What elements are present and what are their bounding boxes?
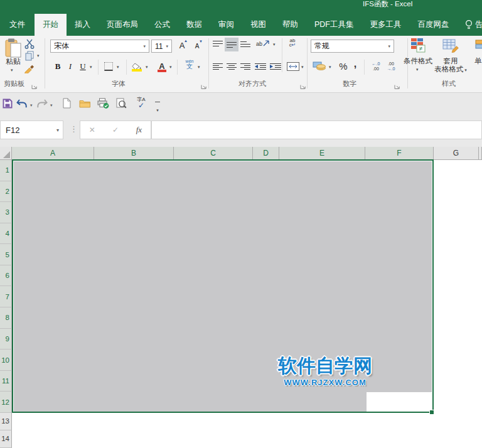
- italic-button[interactable]: I: [67, 61, 73, 72]
- font-color-button[interactable]: A: [158, 60, 166, 72]
- align-bottom-button[interactable]: [240, 39, 251, 49]
- comma-style-button[interactable]: ,: [351, 58, 359, 70]
- clipboard-dialog-launcher-icon[interactable]: [31, 81, 38, 92]
- conditional-formatting-button[interactable]: ≠: [410, 37, 426, 53]
- fill-color-button[interactable]: [132, 61, 142, 73]
- underline-dropdown-icon[interactable]: ▾: [90, 65, 92, 69]
- font-name-dropdown-icon[interactable]: ▾: [143, 44, 146, 49]
- number-dialog-launcher-icon[interactable]: [394, 81, 400, 92]
- cancel-button[interactable]: ✕: [80, 125, 104, 134]
- alignment-dialog-launcher-icon[interactable]: [300, 81, 306, 92]
- number-format-combobox[interactable]: 常规 ▾: [311, 40, 394, 53]
- percent-style-button[interactable]: %: [338, 60, 349, 72]
- merge-center-button[interactable]: [286, 61, 300, 72]
- increase-decimal-button[interactable]: ←.0 .00: [369, 61, 383, 71]
- font-dialog-launcher-icon[interactable]: [201, 81, 207, 92]
- orientation-button[interactable]: ab: [256, 40, 270, 46]
- font-name-combobox[interactable]: 宋体 ▾: [50, 40, 149, 53]
- format-as-table-label-2[interactable]: 表格格式 ▾: [434, 65, 468, 74]
- tab-开始[interactable]: 开始: [35, 14, 67, 36]
- tab-审阅[interactable]: 审阅: [210, 14, 242, 36]
- borders-dropdown-icon[interactable]: ▾: [117, 65, 119, 69]
- cell-styles-label-partial[interactable]: 单: [474, 56, 482, 66]
- row-header-13[interactable]: 13: [0, 413, 12, 430]
- undo-button[interactable]: [16, 99, 28, 109]
- open-button[interactable]: [79, 99, 91, 108]
- tab-公式[interactable]: 公式: [146, 14, 178, 36]
- column-header-D[interactable]: D: [253, 147, 279, 160]
- decrease-indent-button[interactable]: [254, 61, 267, 72]
- font-color-dropdown-icon[interactable]: ▾: [169, 65, 172, 69]
- column-header-A[interactable]: A: [12, 147, 94, 160]
- row-header-14[interactable]: 14: [0, 430, 12, 448]
- column-header-F[interactable]: F: [365, 147, 434, 160]
- phonetic-dropdown-icon[interactable]: ▾: [198, 65, 200, 69]
- paste-label[interactable]: 粘贴: [4, 56, 22, 67]
- bold-button[interactable]: B: [53, 61, 62, 72]
- tab-PDF工具集[interactable]: PDF工具集: [306, 14, 362, 36]
- align-top-button[interactable]: [212, 39, 223, 49]
- shrink-font-button[interactable]: A ▼: [191, 40, 203, 52]
- row-header-5[interactable]: 5: [0, 244, 12, 265]
- align-right-button[interactable]: [240, 61, 251, 72]
- format-as-table-button[interactable]: [441, 37, 460, 53]
- column-header-C[interactable]: C: [174, 147, 253, 160]
- accounting-format-button[interactable]: [312, 60, 327, 72]
- insert-function-button[interactable]: fx: [127, 125, 151, 135]
- tab-数据[interactable]: 数据: [178, 14, 210, 36]
- new-document-button[interactable]: [63, 98, 71, 109]
- column-header-G[interactable]: G: [434, 147, 479, 160]
- decrease-decimal-button[interactable]: .00 →.0: [384, 61, 398, 71]
- redo-button[interactable]: [36, 99, 48, 109]
- copy-button[interactable]: [24, 50, 35, 61]
- tab-页面布局[interactable]: 页面布局: [99, 14, 146, 36]
- spelling-button[interactable]: 字A ✓: [133, 97, 149, 109]
- merge-center-dropdown-icon[interactable]: ▾: [301, 65, 304, 69]
- formula-bar-splitter[interactable]: ⋮: [70, 124, 78, 134]
- conditional-formatting-label[interactable]: 条件格式: [403, 56, 433, 66]
- increase-indent-button[interactable]: [269, 61, 282, 72]
- select-all-button[interactable]: [0, 147, 12, 160]
- row-header-3[interactable]: 3: [0, 202, 12, 223]
- align-left-button[interactable]: [212, 61, 223, 72]
- row-header-2[interactable]: 2: [0, 181, 12, 203]
- quick-print-button[interactable]: [97, 98, 109, 109]
- qat-customize-button[interactable]: ▾: [154, 102, 161, 114]
- fill-color-dropdown-icon[interactable]: ▾: [146, 65, 148, 69]
- copy-dropdown-icon[interactable]: ▾: [37, 53, 40, 58]
- underline-button[interactable]: U: [79, 61, 87, 72]
- row-header-12[interactable]: 12: [0, 392, 12, 413]
- name-box[interactable]: F12 ▾: [0, 120, 63, 139]
- formula-input[interactable]: [151, 120, 482, 139]
- number-format-dropdown-icon[interactable]: ▾: [388, 44, 390, 49]
- row-header-10[interactable]: 10: [0, 349, 12, 371]
- undo-dropdown-icon[interactable]: ▾: [30, 103, 33, 108]
- column-header-B[interactable]: B: [94, 147, 174, 160]
- format-painter-button[interactable]: [24, 63, 35, 73]
- cell-styles-button[interactable]: [475, 37, 482, 53]
- redo-dropdown-icon[interactable]: ▾: [50, 103, 53, 108]
- enter-button[interactable]: ✓: [104, 125, 127, 134]
- tell-me[interactable]: 告诉: [465, 14, 482, 36]
- row-header-7[interactable]: 7: [0, 286, 12, 307]
- row-header-1[interactable]: 1: [0, 160, 12, 181]
- row-header-6[interactable]: 6: [0, 265, 12, 287]
- font-size-dropdown-icon[interactable]: ▾: [166, 44, 168, 49]
- column-header-E[interactable]: E: [279, 147, 365, 160]
- tab-file[interactable]: 文件: [0, 14, 35, 36]
- row-header-4[interactable]: 4: [0, 223, 12, 245]
- tab-视图[interactable]: 视图: [242, 14, 274, 36]
- align-center-button[interactable]: [226, 61, 237, 72]
- row-header-9[interactable]: 9: [0, 329, 12, 350]
- grow-font-button[interactable]: A ▲: [176, 39, 188, 51]
- save-button[interactable]: [3, 99, 13, 109]
- tab-插入[interactable]: 插入: [67, 14, 99, 36]
- font-size-combobox[interactable]: 11 ▾: [151, 40, 172, 53]
- cut-button[interactable]: [24, 38, 35, 49]
- align-middle-button[interactable]: [225, 38, 238, 51]
- phonetic-button[interactable]: wén 文: [183, 60, 196, 70]
- paste-dropdown-icon[interactable]: ▾: [11, 68, 13, 72]
- accounting-dropdown-icon[interactable]: ▾: [329, 65, 331, 69]
- print-preview-button[interactable]: [116, 98, 127, 109]
- row-header-11[interactable]: 11: [0, 371, 12, 392]
